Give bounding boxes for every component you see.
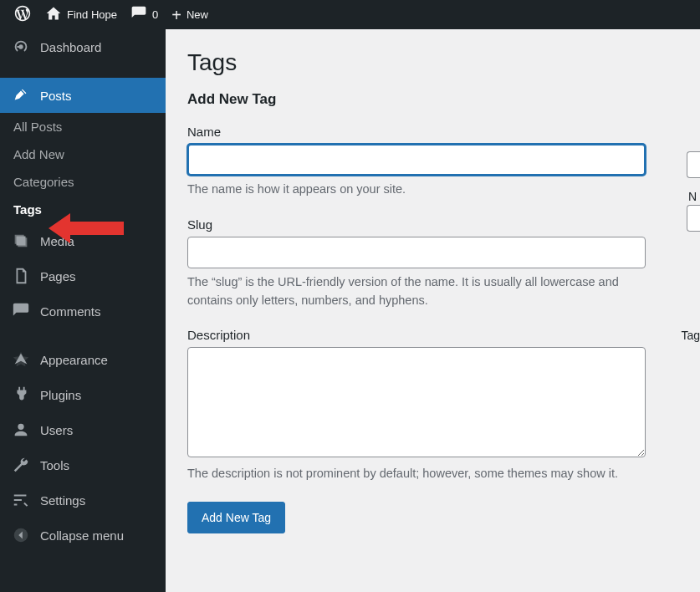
menu-pages[interactable]: Pages bbox=[0, 258, 166, 293]
name-help: The name is how it appears on your site. bbox=[187, 181, 656, 199]
menu-plugins[interactable]: Plugins bbox=[0, 377, 166, 412]
name-input[interactable] bbox=[187, 144, 646, 176]
wordpress-icon bbox=[13, 4, 32, 25]
slug-input[interactable] bbox=[187, 237, 646, 268]
settings-icon bbox=[12, 491, 30, 509]
menu-label: Pages bbox=[40, 269, 76, 283]
field-name: Name The name is how it appears on your … bbox=[187, 125, 678, 199]
new-label: New bbox=[186, 8, 208, 21]
menu-label: Appearance bbox=[40, 353, 108, 367]
description-label: Description bbox=[187, 328, 678, 342]
sub-tags[interactable]: Tags bbox=[0, 196, 166, 223]
menu-label: Tools bbox=[40, 458, 69, 472]
sub-categories[interactable]: Categories bbox=[0, 168, 166, 196]
right-cropped-box-1 bbox=[687, 151, 700, 178]
pages-icon bbox=[12, 267, 30, 285]
description-help: The description is not prominent by defa… bbox=[187, 465, 656, 483]
menu-label: Users bbox=[40, 423, 73, 437]
menu-settings[interactable]: Settings bbox=[0, 482, 166, 518]
site-name: Find Hope bbox=[67, 8, 117, 21]
pin-icon bbox=[12, 86, 30, 105]
add-new-tag-heading: Add New Tag bbox=[187, 91, 678, 108]
menu-comments[interactable]: Comments bbox=[0, 293, 166, 329]
comments-link[interactable]: 0 bbox=[124, 0, 165, 29]
collapse-icon bbox=[12, 526, 30, 544]
plugins-icon bbox=[12, 385, 30, 404]
menu-label: Posts bbox=[40, 89, 72, 103]
menu-label: Settings bbox=[40, 493, 85, 508]
media-icon bbox=[12, 232, 30, 250]
menu-label: Media bbox=[40, 234, 74, 248]
menu-appearance[interactable]: Appearance bbox=[0, 342, 166, 377]
new-content-link[interactable]: + New bbox=[165, 0, 215, 29]
comments-icon bbox=[12, 302, 30, 320]
right-cropped-box-2 bbox=[687, 205, 700, 232]
slug-help: The “slug” is the URL-friendly version o… bbox=[187, 273, 656, 310]
menu-label: Dashboard bbox=[40, 40, 101, 54]
comment-icon bbox=[130, 5, 147, 24]
plus-icon: + bbox=[171, 7, 181, 23]
appearance-icon bbox=[12, 350, 30, 369]
menu-tools[interactable]: Tools bbox=[0, 447, 166, 482]
menu-posts[interactable]: Posts bbox=[0, 78, 166, 113]
admin-sidebar: Dashboard Posts All Posts Add New Catego… bbox=[0, 29, 166, 592]
wp-logo[interactable] bbox=[7, 0, 38, 29]
menu-label: Collapse menu bbox=[40, 528, 124, 543]
collapse-menu[interactable]: Collapse menu bbox=[0, 518, 166, 553]
site-home-link[interactable]: Find Hope bbox=[38, 0, 124, 29]
admin-top-bar: Find Hope 0 + New bbox=[0, 0, 700, 29]
menu-media[interactable]: Media bbox=[0, 223, 166, 258]
tools-icon bbox=[12, 456, 30, 474]
submenu-posts: All Posts Add New Categories Tags bbox=[0, 113, 166, 223]
page-title: Tags bbox=[187, 49, 678, 76]
description-textarea[interactable] bbox=[187, 347, 646, 457]
add-new-tag-button[interactable]: Add New Tag bbox=[187, 502, 285, 533]
menu-label: Plugins bbox=[40, 388, 81, 402]
menu-label: Comments bbox=[40, 304, 101, 319]
menu-dashboard[interactable]: Dashboard bbox=[0, 29, 166, 64]
right-cropped-letter: N bbox=[688, 190, 697, 203]
main-content: Tags Add New Tag Name The name is how it… bbox=[166, 29, 700, 592]
home-icon bbox=[45, 5, 62, 24]
field-description: Description The description is not promi… bbox=[187, 328, 678, 483]
menu-users[interactable]: Users bbox=[0, 412, 166, 447]
sub-add-new[interactable]: Add New bbox=[0, 140, 166, 168]
sub-all-posts[interactable]: All Posts bbox=[0, 113, 166, 140]
slug-label: Slug bbox=[187, 217, 678, 232]
name-label: Name bbox=[187, 125, 678, 139]
comments-count: 0 bbox=[152, 8, 158, 21]
field-slug: Slug The “slug” is the URL-friendly vers… bbox=[187, 217, 678, 310]
right-cropped-text: Tag bbox=[681, 329, 700, 342]
dashboard-icon bbox=[12, 38, 30, 56]
users-icon bbox=[12, 421, 30, 439]
